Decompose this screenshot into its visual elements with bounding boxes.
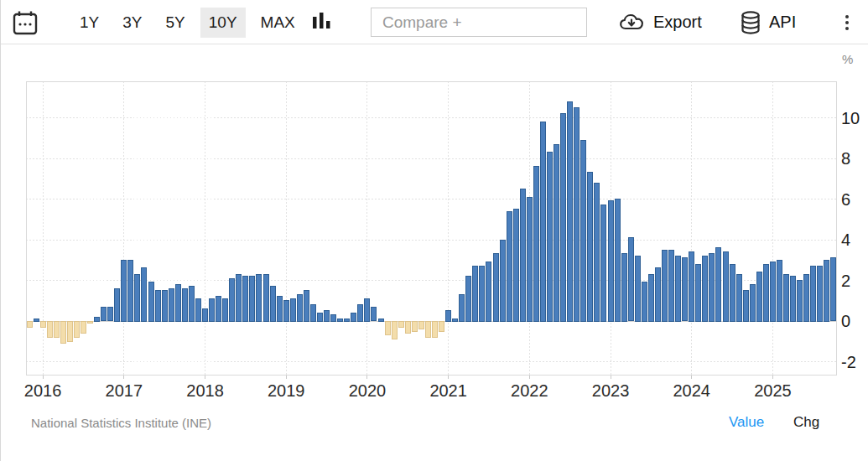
range-5y-button[interactable]: 5Y	[158, 8, 194, 38]
chart-bar[interactable]	[148, 282, 153, 321]
api-button[interactable]: API	[740, 0, 796, 44]
chart-bar[interactable]	[460, 294, 465, 321]
chart-bar[interactable]	[310, 305, 315, 321]
chart-bar[interactable]	[824, 260, 829, 321]
chart-bar[interactable]	[169, 288, 174, 321]
compare-input[interactable]	[371, 8, 587, 37]
chart-bar[interactable]	[683, 258, 688, 321]
range-10y-button[interactable]: 10Y	[200, 8, 246, 38]
chart-bar[interactable]	[581, 140, 586, 321]
chart-bar[interactable]	[250, 277, 255, 321]
chart-bar[interactable]	[128, 260, 133, 321]
chart-bar[interactable]	[473, 267, 478, 321]
chart-bar[interactable]	[358, 305, 363, 321]
chart-bar[interactable]	[798, 281, 803, 322]
chart-bar[interactable]	[777, 260, 782, 321]
chart-bar[interactable]	[236, 274, 242, 321]
chart-bar[interactable]	[642, 282, 647, 321]
chart-bar[interactable]	[40, 321, 45, 327]
chart-bar[interactable]	[433, 321, 438, 337]
chart-bar[interactable]	[513, 210, 518, 321]
chart-bar[interactable]	[405, 321, 410, 334]
chart-bar[interactable]	[791, 277, 796, 321]
chart-bar[interactable]	[182, 288, 187, 321]
chart-bar[interactable]	[527, 197, 532, 321]
chart-bar[interactable]	[283, 301, 288, 321]
range-1y-button[interactable]: 1Y	[71, 8, 107, 38]
chart-bar[interactable]	[486, 262, 491, 321]
chart-bar[interactable]	[784, 274, 789, 321]
chart-bar[interactable]	[703, 256, 708, 321]
chart-bar[interactable]	[554, 144, 559, 321]
chart-bar[interactable]	[763, 264, 768, 321]
chart-bar[interactable]	[736, 274, 741, 321]
chart-bar[interactable]	[81, 321, 86, 334]
chart-bar[interactable]	[195, 298, 200, 321]
chart-bar[interactable]	[568, 101, 573, 321]
range-max-button[interactable]: MAX	[252, 8, 304, 38]
chart-bar[interactable]	[67, 321, 72, 341]
chart-bar[interactable]	[74, 321, 79, 337]
chart-bar[interactable]	[210, 298, 215, 321]
chart-bar[interactable]	[203, 308, 208, 321]
chart-bar[interactable]	[750, 284, 755, 321]
chart-bar[interactable]	[655, 268, 660, 321]
source-link[interactable]: National Statistics Institute (INE)	[31, 416, 211, 430]
chart-bar[interactable]	[595, 183, 600, 321]
chart-bar[interactable]	[135, 274, 140, 321]
chart-bar[interactable]	[277, 297, 282, 321]
range-3y-button[interactable]: 3Y	[114, 8, 150, 38]
chart-bar[interactable]	[155, 291, 160, 321]
chart-bar[interactable]	[34, 319, 39, 321]
chart-bar[interactable]	[290, 298, 295, 321]
chart-type-button[interactable]	[306, 7, 336, 37]
chart-bar[interactable]	[318, 313, 323, 321]
chart-bar[interactable]	[831, 258, 836, 321]
chart-bar[interactable]	[325, 311, 330, 321]
chart-bar[interactable]	[345, 319, 350, 321]
chart-bar[interactable]	[95, 317, 100, 321]
chart-bar[interactable]	[520, 189, 525, 321]
chart-bar[interactable]	[588, 173, 593, 321]
chart-bar[interactable]	[676, 256, 681, 321]
chart-bar[interactable]	[54, 321, 59, 337]
chart-bar[interactable]	[331, 315, 336, 321]
chart-bar[interactable]	[480, 267, 485, 321]
chart-bar[interactable]	[122, 260, 127, 321]
chart-bar[interactable]	[730, 264, 735, 321]
chart-bar[interactable]	[818, 267, 823, 321]
chart-bar[interactable]	[418, 321, 424, 329]
chart-bar[interactable]	[351, 313, 356, 321]
chart-bar[interactable]	[507, 211, 512, 321]
chart-bar[interactable]	[392, 321, 397, 339]
chart-bar[interactable]	[398, 321, 403, 327]
more-options-button[interactable]	[837, 10, 857, 35]
chart-bar[interactable]	[47, 321, 52, 337]
chart-bar[interactable]	[743, 291, 748, 321]
chart-bar[interactable]	[608, 201, 613, 321]
chart-bar[interactable]	[453, 319, 458, 321]
chart-bar[interactable]	[723, 252, 728, 321]
chart-bar[interactable]	[243, 277, 248, 321]
chart-bar[interactable]	[615, 199, 620, 322]
chart-bar[interactable]	[142, 268, 147, 321]
chart-bar[interactable]	[304, 291, 309, 321]
chg-toggle[interactable]: Chg	[793, 414, 819, 431]
chart-bar[interactable]	[216, 297, 221, 321]
chart-bar[interactable]	[412, 321, 417, 331]
chart-bar[interactable]	[365, 298, 370, 321]
chart-bar[interactable]	[378, 319, 383, 321]
chart-bar[interactable]	[115, 288, 120, 321]
chart-bar[interactable]	[27, 321, 32, 327]
chart-bar[interactable]	[709, 254, 715, 321]
chart-bar[interactable]	[88, 321, 93, 323]
chart-bar[interactable]	[756, 272, 761, 321]
chart-bar[interactable]	[493, 254, 498, 321]
chart-bar[interactable]	[175, 284, 180, 321]
chart-bar[interactable]	[804, 274, 809, 321]
chart-bar[interactable]	[635, 256, 640, 321]
value-toggle[interactable]: Value	[729, 414, 764, 431]
chart-bar[interactable]	[257, 274, 262, 321]
chart-bar[interactable]	[716, 248, 721, 321]
chart-bar[interactable]	[446, 311, 451, 321]
